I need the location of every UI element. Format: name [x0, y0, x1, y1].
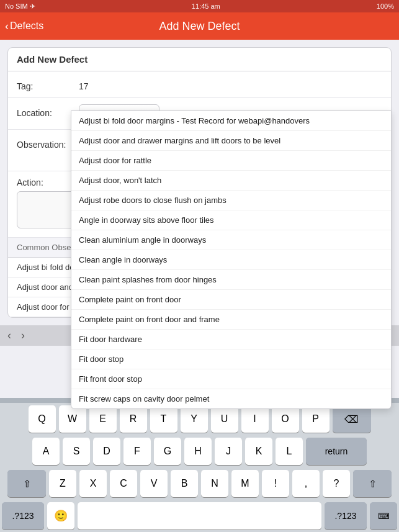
- autocomplete-item[interactable]: Adjust bi fold door margins - Test Recor…: [71, 111, 391, 131]
- card-header: Add New Defect: [8, 48, 391, 71]
- key-n[interactable]: N: [201, 470, 228, 497]
- keyboard-row-2: A S D F G H J K L return: [0, 435, 399, 467]
- key-e[interactable]: E: [89, 405, 117, 433]
- key-c[interactable]: C: [110, 470, 137, 497]
- autocomplete-item[interactable]: Fit door stop: [71, 349, 391, 369]
- key-g[interactable]: G: [154, 438, 181, 465]
- autocomplete-item[interactable]: Adjust door and drawer margins and lift …: [71, 131, 391, 151]
- return-key[interactable]: return: [306, 438, 367, 465]
- autocomplete-item[interactable]: Complete paint on front door: [71, 290, 391, 310]
- delete-key[interactable]: ⌫: [333, 405, 371, 433]
- status-bar: No SIM ✈ 11:45 am 100%: [0, 0, 399, 12]
- chevron-left-icon: ‹: [5, 20, 9, 33]
- key-t[interactable]: T: [150, 405, 177, 433]
- key-k[interactable]: K: [245, 438, 272, 465]
- keyboard-row-4: .?123 🙂 .?123 ⌨: [0, 500, 399, 532]
- key-v[interactable]: V: [140, 470, 168, 497]
- key-s[interactable]: S: [63, 438, 90, 465]
- numbers-key-right[interactable]: .?123: [325, 502, 367, 530]
- tag-value: 17: [79, 78, 382, 91]
- keyboard-row-3: ⇧ Z X C V B N M ! , ? ⇧: [0, 467, 399, 500]
- key-exclaim[interactable]: !: [262, 470, 289, 497]
- key-d[interactable]: D: [93, 438, 120, 465]
- autocomplete-item[interactable]: Clean paint splashes from door hinges: [71, 270, 391, 290]
- key-o[interactable]: O: [272, 405, 299, 433]
- key-j[interactable]: J: [215, 438, 242, 465]
- keyboard-dismiss-key[interactable]: ⌨: [370, 502, 397, 530]
- autocomplete-item[interactable]: Fit front door stop: [71, 369, 391, 389]
- status-battery: 100%: [377, 2, 394, 10]
- key-x[interactable]: X: [79, 470, 107, 497]
- back-label: Defects: [10, 20, 43, 32]
- status-time: 11:45 am: [192, 2, 220, 10]
- key-z[interactable]: Z: [49, 470, 76, 497]
- autocomplete-item[interactable]: Adjust door for rattle: [71, 151, 391, 171]
- scroll-left-button[interactable]: ‹: [7, 329, 11, 342]
- observation-label: Observation:: [17, 136, 79, 150]
- battery-text: 100%: [377, 2, 394, 10]
- key-r[interactable]: R: [120, 405, 147, 433]
- autocomplete-item[interactable]: Complete paint on front door and frame: [71, 310, 391, 330]
- autocomplete-item[interactable]: Adjust door, won't latch: [71, 171, 391, 191]
- key-u[interactable]: U: [211, 405, 238, 433]
- autocomplete-item[interactable]: Fit screw caps on cavity door pelmet: [71, 389, 391, 408]
- carrier-text: No SIM ✈: [5, 2, 35, 11]
- emoji-key[interactable]: 🙂: [47, 502, 74, 530]
- key-m[interactable]: M: [231, 470, 259, 497]
- autocomplete-dropdown: Adjust bi fold door margins - Test Recor…: [71, 110, 392, 409]
- shift-key-right[interactable]: ⇧: [353, 470, 392, 497]
- scroll-right-button[interactable]: ›: [21, 329, 25, 342]
- key-a[interactable]: A: [32, 438, 60, 465]
- shift-key[interactable]: ⇧: [7, 470, 46, 497]
- key-comma[interactable]: ,: [292, 470, 320, 497]
- key-w[interactable]: W: [59, 405, 86, 433]
- key-i[interactable]: I: [241, 405, 269, 433]
- key-question[interactable]: ?: [323, 470, 350, 497]
- page-title: Add New Defect: [159, 20, 240, 33]
- status-carrier: No SIM ✈: [5, 2, 35, 11]
- keyboard: Q W E R T Y U I O P ⌫ A S D F G H J K L …: [0, 398, 399, 532]
- key-f[interactable]: F: [123, 438, 151, 465]
- autocomplete-item[interactable]: Clean angle in doorways: [71, 250, 391, 270]
- key-q[interactable]: Q: [29, 405, 56, 433]
- autocomplete-item[interactable]: Angle in doorway sits above floor tiles: [71, 210, 391, 230]
- numbers-key[interactable]: .?123: [2, 502, 44, 530]
- key-p[interactable]: P: [302, 405, 330, 433]
- nav-bar: ‹ Defects Add New Defect: [0, 12, 399, 40]
- location-label: Location:: [17, 104, 79, 118]
- space-key[interactable]: [78, 502, 321, 530]
- key-l[interactable]: L: [276, 438, 303, 465]
- tag-row: Tag: 17: [8, 71, 391, 98]
- key-b[interactable]: B: [171, 470, 198, 497]
- autocomplete-item[interactable]: Fit door hardware: [71, 330, 391, 349]
- back-button[interactable]: ‹ Defects: [5, 20, 43, 33]
- tag-label: Tag:: [17, 78, 79, 91]
- key-y[interactable]: Y: [181, 405, 208, 433]
- autocomplete-item[interactable]: Clean aluminium angle in doorways: [71, 230, 391, 250]
- autocomplete-item[interactable]: Adjust robe doors to close flush on jamb…: [71, 191, 391, 210]
- key-h[interactable]: H: [184, 438, 212, 465]
